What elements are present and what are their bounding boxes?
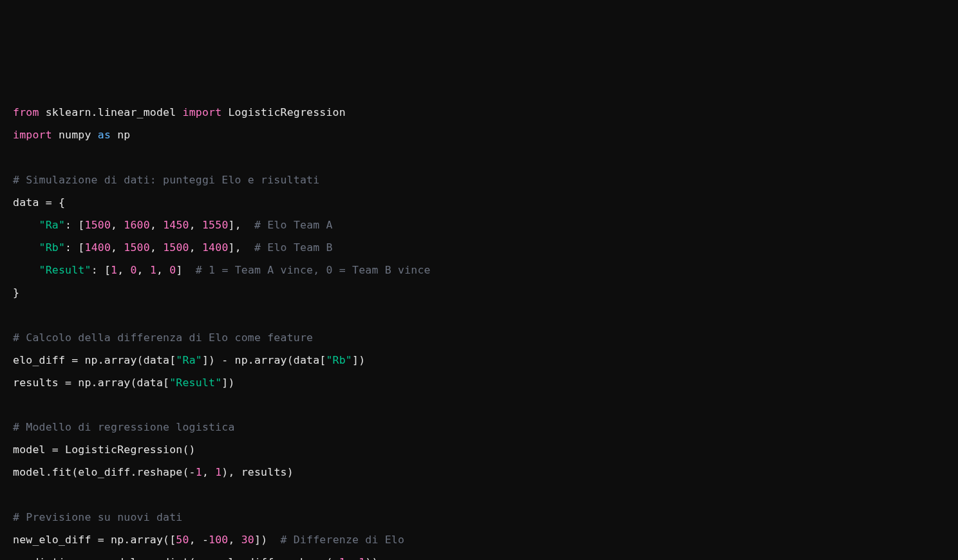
punct: : [ bbox=[65, 241, 84, 254]
comment: # Differenze di Elo bbox=[281, 534, 405, 546]
punct: : [ bbox=[91, 264, 111, 276]
code-text: , bbox=[202, 466, 215, 478]
number: 1 bbox=[150, 264, 156, 276]
punct: , bbox=[150, 219, 163, 231]
punct: : [ bbox=[65, 219, 84, 231]
number: 30 bbox=[241, 534, 254, 546]
alias: np bbox=[111, 129, 130, 141]
code-text: , bbox=[346, 556, 359, 560]
code-text: )) bbox=[365, 556, 378, 560]
number: 1500 bbox=[124, 241, 150, 254]
string: "Result" bbox=[39, 264, 91, 276]
number: 1 bbox=[215, 466, 221, 478]
string: "Ra" bbox=[176, 354, 202, 366]
code-text: model.fit(elo_diff.reshape(- bbox=[13, 466, 196, 478]
punct: , bbox=[117, 264, 130, 276]
punct: , bbox=[137, 264, 150, 276]
number: 0 bbox=[169, 264, 176, 276]
code-block: from sklearn.linear_model import Logisti… bbox=[13, 102, 945, 560]
number: 1450 bbox=[163, 219, 189, 231]
module-path: sklearn.linear_model bbox=[39, 106, 183, 118]
number: 1 bbox=[359, 556, 365, 560]
number: 1550 bbox=[202, 219, 229, 231]
comment: # Modello di regressione logistica bbox=[13, 421, 235, 433]
number: 50 bbox=[176, 534, 189, 546]
code-text: ]) bbox=[221, 377, 234, 389]
keyword-as: as bbox=[98, 129, 111, 141]
punct: ], bbox=[229, 219, 255, 231]
keyword-from: from bbox=[13, 106, 39, 118]
keyword-import: import bbox=[13, 129, 52, 141]
number: 1 bbox=[196, 466, 202, 478]
punct: ] bbox=[176, 264, 195, 276]
keyword-import: import bbox=[183, 106, 222, 118]
code-text: ]) bbox=[254, 534, 281, 546]
code-text: , - bbox=[189, 534, 209, 546]
code-text: , bbox=[228, 534, 241, 546]
module-name: numpy bbox=[52, 129, 98, 141]
comment: # 1 = Team A vince, 0 = Team B vince bbox=[196, 264, 431, 276]
number: 1 bbox=[339, 556, 346, 560]
number: 1600 bbox=[124, 219, 150, 231]
code-text: ]) bbox=[352, 354, 365, 366]
comment: # Simulazione di dati: punteggi Elo e ri… bbox=[13, 174, 319, 186]
code-text: ]) - np.array(data[ bbox=[202, 354, 326, 366]
number: 0 bbox=[130, 264, 136, 276]
code-text: predictions = model.predict(new_elo_diff… bbox=[13, 556, 339, 560]
comment: # Elo Team A bbox=[254, 219, 333, 231]
indent bbox=[13, 241, 39, 254]
string: "Rb" bbox=[326, 354, 352, 366]
code-text: elo_diff = np.array(data[ bbox=[13, 354, 176, 366]
code-text: model = LogisticRegression() bbox=[13, 443, 196, 456]
code-text: results = np.array(data[ bbox=[13, 377, 169, 389]
punct: , bbox=[150, 241, 163, 254]
punct: , bbox=[189, 219, 202, 231]
string: "Rb" bbox=[39, 241, 66, 254]
punct: , bbox=[189, 241, 202, 254]
number: 1500 bbox=[85, 219, 111, 231]
number: 1 bbox=[111, 264, 117, 276]
punct: , bbox=[156, 264, 169, 276]
comment: # Elo Team B bbox=[254, 241, 333, 254]
number: 100 bbox=[209, 534, 228, 546]
code-text: data = { bbox=[13, 196, 65, 209]
number: 1500 bbox=[163, 241, 189, 254]
number: 1400 bbox=[202, 241, 229, 254]
comment: # Previsione su nuovi dati bbox=[13, 511, 182, 523]
comment: # Calcolo della differenza di Elo come f… bbox=[13, 331, 313, 344]
indent bbox=[13, 219, 39, 231]
punct: ], bbox=[229, 241, 255, 254]
punct: , bbox=[111, 219, 124, 231]
class-name: LogisticRegression bbox=[221, 106, 346, 118]
code-text: new_elo_diff = np.array([ bbox=[13, 534, 176, 546]
number: 1400 bbox=[85, 241, 111, 254]
code-text: ), results) bbox=[221, 466, 293, 478]
string: "Ra" bbox=[39, 219, 66, 231]
indent bbox=[13, 264, 39, 276]
string: "Result" bbox=[169, 377, 221, 389]
brace-close: } bbox=[13, 286, 19, 299]
punct: , bbox=[111, 241, 124, 254]
